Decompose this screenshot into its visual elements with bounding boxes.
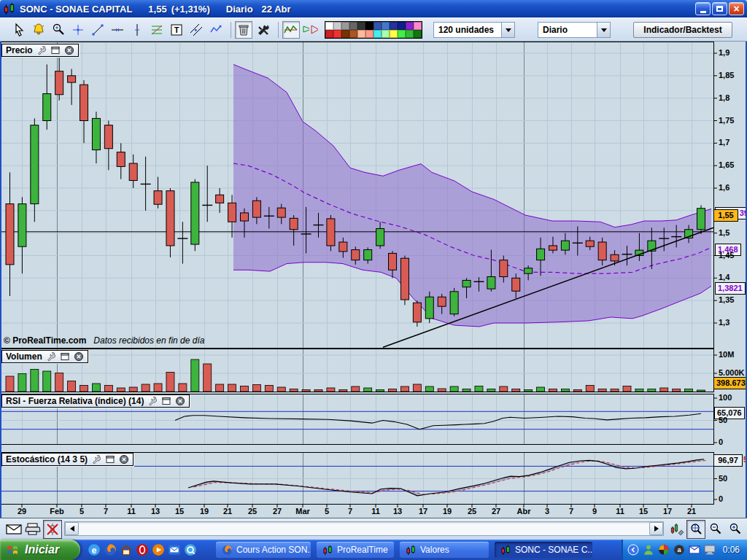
chart-settings-icon[interactable] xyxy=(667,520,686,539)
palette-color[interactable] xyxy=(398,22,406,30)
window-icon[interactable] xyxy=(105,454,115,464)
palette-color[interactable] xyxy=(398,30,406,38)
mail-tray-icon[interactable] xyxy=(689,544,700,556)
trash-tool-icon[interactable] xyxy=(235,21,252,39)
chart-canvas[interactable] xyxy=(0,0,747,560)
wrench-icon[interactable] xyxy=(147,396,158,406)
palette-color[interactable] xyxy=(390,22,398,30)
window-icon[interactable] xyxy=(161,396,171,406)
cursor-tool-icon[interactable] xyxy=(10,21,28,39)
x-axis-label: 21 xyxy=(223,507,232,516)
wrench-icon[interactable] xyxy=(36,45,47,55)
zoom-in-icon[interactable] xyxy=(726,520,745,539)
outlook-icon[interactable] xyxy=(168,543,181,556)
a-app-icon[interactable]: a xyxy=(673,544,685,556)
media-player-icon[interactable] xyxy=(152,543,165,556)
browser-icon[interactable] xyxy=(658,544,670,556)
timeframe-dropdown[interactable]: Diario xyxy=(538,22,611,38)
window-icon[interactable] xyxy=(60,351,70,362)
palette-color[interactable] xyxy=(325,22,333,30)
titlebar[interactable]: SONC - SONAE CAPITAL 1,55 (+1,31%) Diari… xyxy=(0,0,747,18)
zoom-out-icon[interactable] xyxy=(706,520,725,539)
scroll-right-button[interactable] xyxy=(649,522,663,535)
palette-color[interactable] xyxy=(341,22,349,30)
print-icon[interactable] xyxy=(23,520,42,539)
price-axis-label: 1,75 xyxy=(719,116,734,125)
horizontal-line-tool-icon[interactable] xyxy=(109,21,126,39)
timeframe-dropdown-arrow[interactable] xyxy=(597,23,610,37)
x-axis-label: 5 xyxy=(80,507,84,516)
stochastic-value-labels: 96,97 5 xyxy=(713,453,747,466)
palette-color[interactable] xyxy=(382,22,390,30)
line-style-tool-icon[interactable] xyxy=(282,21,300,39)
palette-color[interactable] xyxy=(365,22,374,30)
palette-color[interactable] xyxy=(341,30,349,38)
units-dropdown[interactable]: 120 unidades xyxy=(433,22,515,38)
scroll-left-button[interactable] xyxy=(65,522,79,535)
window-icon[interactable] xyxy=(50,45,61,55)
zoom-tool-icon[interactable] xyxy=(50,21,67,39)
palette-color[interactable] xyxy=(357,22,365,30)
alarm-tool-icon[interactable] xyxy=(30,21,47,39)
x-axis-label: 9 xyxy=(592,507,597,516)
palette-color[interactable] xyxy=(333,30,341,38)
palette-color[interactable] xyxy=(357,30,365,38)
palette-color[interactable] xyxy=(349,30,357,38)
wrench-icon[interactable] xyxy=(46,351,56,362)
palette-color[interactable] xyxy=(374,30,382,38)
stochastic-axis-label: 0 xyxy=(719,494,723,503)
zigzag-tool-icon[interactable] xyxy=(207,21,225,39)
palette-color[interactable] xyxy=(406,22,414,30)
units-dropdown-arrow[interactable] xyxy=(501,23,514,37)
display-icon[interactable] xyxy=(704,544,716,556)
close-icon[interactable] xyxy=(74,351,84,362)
palette-color[interactable] xyxy=(414,30,422,38)
taskbar-item-prorealtime[interactable]: ProRealTime xyxy=(317,542,394,558)
maximize-button[interactable] xyxy=(712,2,727,15)
tray-collapse-chevron-icon[interactable] xyxy=(627,544,639,556)
chart-scrollbar[interactable] xyxy=(64,521,664,536)
windows-flag-icon xyxy=(6,543,20,556)
palette-color[interactable] xyxy=(382,30,390,38)
vertical-line-tool-icon[interactable] xyxy=(128,21,146,39)
text-tool-icon[interactable]: T xyxy=(168,21,185,39)
palette-color[interactable] xyxy=(374,22,382,30)
trendline-tool-icon[interactable] xyxy=(89,21,107,39)
palette-color[interactable] xyxy=(390,30,398,38)
quicktime-icon[interactable] xyxy=(184,543,197,556)
start-button[interactable]: Iniciar xyxy=(0,540,80,560)
taskbar-item-valores[interactable]: Valores xyxy=(400,542,489,558)
point-tool-icon[interactable] xyxy=(69,21,87,39)
pattern-style-tool-icon[interactable] xyxy=(302,21,320,39)
price-axis-label: 1,5 xyxy=(719,228,729,237)
opera-icon[interactable] xyxy=(136,543,149,556)
tools-tool-icon[interactable] xyxy=(255,21,272,39)
palette-color[interactable] xyxy=(406,30,414,38)
home-icon[interactable] xyxy=(120,543,133,556)
palette-color[interactable] xyxy=(414,22,422,30)
mail-icon[interactable] xyxy=(4,520,23,539)
palette-color[interactable] xyxy=(333,22,341,30)
stochastic-axis-label: 50 xyxy=(719,474,727,483)
palette-color[interactable] xyxy=(365,30,374,38)
price-axis-label: 1,7 xyxy=(719,138,729,147)
disable-quotes-icon[interactable] xyxy=(43,520,62,539)
taskbar-item-cours-action[interactable]: Cours Action SON... xyxy=(216,542,311,558)
zoom-fit-icon[interactable] xyxy=(686,520,705,539)
messenger-icon[interactable] xyxy=(643,544,654,556)
minimize-button[interactable] xyxy=(695,2,711,15)
indicator-backtest-button[interactable]: Indicador/Backtest xyxy=(633,22,732,38)
close-icon[interactable] xyxy=(119,454,129,464)
internet-explorer-icon[interactable]: e xyxy=(88,543,101,556)
palette-color[interactable] xyxy=(325,30,333,38)
fibonacci-tool-icon[interactable] xyxy=(148,21,166,39)
palette-color[interactable] xyxy=(349,22,357,30)
close-icon[interactable] xyxy=(175,396,185,406)
close-button[interactable]: × xyxy=(729,2,744,15)
x-axis-label: 15 xyxy=(175,507,184,516)
firefox-icon[interactable] xyxy=(104,543,117,556)
wrench-icon[interactable] xyxy=(91,454,101,464)
taskbar-item-sonc-active[interactable]: SONC - SONAE C... xyxy=(495,542,592,558)
parallel-lines-tool-icon[interactable] xyxy=(187,21,205,39)
close-icon[interactable] xyxy=(64,45,74,55)
